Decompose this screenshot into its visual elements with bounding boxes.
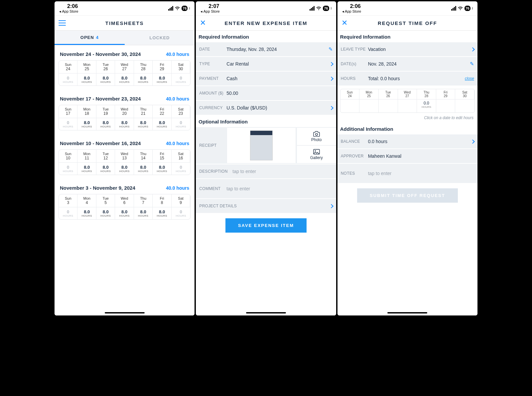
day-cell[interactable]: 8.0HOURS [153,207,171,219]
chevron-right-icon [470,139,475,144]
field-notes[interactable]: NOTES tap to enter [337,164,477,184]
field-comment[interactable]: COMMENT tap to enter [196,179,336,199]
field-project-details[interactable]: PROJECT DETAILS [196,199,336,214]
day-cell[interactable]: 8.0HOURS [96,118,115,130]
status-back-appstore[interactable]: ◂ App Store [200,9,219,14]
screen-timesheets: 2:06 ◂ App Store 76 TIMESHEETS OPEN4 LOC… [55,1,195,315]
timesheet-week[interactable]: November 24 - November 30, 202440.0 hour… [55,45,195,86]
hours-day-cell[interactable] [379,99,398,112]
day-cell[interactable]: 0HOURS [59,207,77,219]
timeoff-form: Required Information LEAVE TYPE Vacation… [337,31,477,315]
chevron-right-icon [329,77,333,81]
day-cell[interactable]: 0HOURS [172,162,190,175]
field-currency[interactable]: CURRENCY U.S. Dollar ($/USD) [196,101,336,115]
hours-day-cell[interactable] [340,99,360,112]
tabs: OPEN4 LOCKED [55,31,195,45]
signal-icon [451,6,456,11]
day-cell[interactable]: 8.0HOURS [77,162,96,175]
timesheet-week[interactable]: November 10 - November 16, 202440.0 hour… [55,134,195,175]
expense-form: Required Information DATE Thursday, Nov.… [196,31,336,315]
day-cell[interactable]: 8.0HOURS [134,207,153,219]
home-indicator [105,312,145,313]
day-cell[interactable]: 8.0HOURS [115,207,134,219]
tab-locked[interactable]: LOCKED [125,31,195,45]
day-cell[interactable]: 8.0HOURS [77,207,96,219]
status-time: 2:07 [200,3,219,9]
day-cell[interactable]: 8.0HOURS [96,207,115,219]
battery-icon: 76 [465,6,470,11]
day-cell[interactable]: 8.0HOURS [96,162,115,175]
hours-day-cell[interactable] [455,99,474,112]
day-cell[interactable]: 8.0HOURS [77,73,96,86]
screen-expense: 2:07 ◂ App Store 76 ✕ ENTER NEW EXPENSE … [196,1,336,315]
photo-button[interactable]: Photo [297,128,336,145]
status-back-appstore[interactable]: ◂ App Store [59,9,78,14]
day-cell[interactable]: 8.0HOURS [134,73,153,86]
tab-open[interactable]: OPEN4 [55,31,125,45]
day-cell[interactable]: 8.0HOURS [115,73,134,86]
hours-day-cell[interactable] [398,99,417,112]
page-title: ENTER NEW EXPENSE ITEM [224,20,307,26]
svg-point-2 [315,150,316,151]
receipt-thumbnail[interactable] [227,128,295,163]
day-cell[interactable]: 0HOURS [59,118,77,130]
week-total: 40.0 hours [166,141,189,146]
gallery-icon [313,149,320,155]
hamburger-icon [59,20,66,26]
chevron-right-icon [329,204,333,208]
day-cell[interactable]: 8.0HOURS [134,162,153,175]
close-button[interactable]: ✕ [200,19,206,27]
field-description[interactable]: DESCRIPTION tap to enter [196,164,336,179]
svg-point-0 [316,133,318,135]
hours-hint: Click on a date to edit hours [337,115,477,123]
day-cell[interactable]: 8.0HOURS [153,118,171,130]
day-cell[interactable]: 8.0HOURS [153,162,171,175]
week-total: 40.0 hours [166,96,189,101]
hours-day-cell[interactable] [359,99,379,112]
close-icon: ✕ [341,19,347,27]
page-title: REQUEST TIME OFF [378,20,437,26]
day-cell[interactable]: 8.0HOURS [153,73,171,86]
day-cell[interactable]: 0HOURS [59,162,77,175]
day-cell[interactable]: 8.0HOURS [115,162,134,175]
battery-icon: 76 [182,6,188,11]
edit-icon: ✎ [470,61,474,67]
wifi-icon [175,6,180,11]
submit-timeoff-button[interactable]: SUBMIT TIME OFF REQUEST [357,188,458,203]
close-hours-link[interactable]: close [465,76,474,81]
gallery-button[interactable]: Gallery [297,146,336,163]
status-time: 2:06 [59,3,78,9]
field-date[interactable]: DATE Thursday, Nov. 28, 2024 ✎ [196,42,336,57]
field-amount[interactable]: AMOUNT ($) 50.00 [196,86,336,101]
save-expense-button[interactable]: SAVE EXPENSE ITEM [225,218,307,233]
field-balance[interactable]: BALANCE 0.0 hours [337,134,477,149]
day-cell[interactable]: 8.0HOURS [115,118,134,130]
day-cell[interactable]: 8.0HOURS [77,118,96,130]
hours-day-cell[interactable] [436,99,456,112]
field-leave-type[interactable]: LEAVE TYPE Vacation [337,42,477,57]
week-range: November 3 - November 9, 2024 [60,185,135,191]
home-indicator [387,312,427,313]
field-dates[interactable]: DATE(s) Nov. 28, 2024 ✎ [337,57,477,72]
wifi-icon [316,6,322,11]
timesheet-week[interactable]: November 17 - November 23, 202440.0 hour… [55,90,195,130]
day-cell[interactable]: 0HOURS [172,118,190,130]
day-cell[interactable]: 0HOURS [59,73,77,86]
day-cell[interactable]: 8.0HOURS [96,73,115,86]
hours-day-cell[interactable]: 0.0HOURS [417,99,436,112]
status-bar: 2:07 ◂ App Store 76 [196,1,336,15]
field-payment[interactable]: PAYMENT Cash [196,72,336,86]
status-bar: 2:06 ◂ App Store 76 [55,1,195,15]
timesheet-week[interactable]: November 3 - November 9, 202440.0 hoursS… [55,179,195,220]
day-cell[interactable]: 0HOURS [172,207,190,219]
close-button[interactable]: ✕ [341,19,347,27]
week-range: November 10 - November 16, 2024 [60,140,141,146]
wifi-icon [458,6,463,11]
day-cell[interactable]: 8.0HOURS [134,118,153,130]
status-back-appstore[interactable]: ◂ App Store [342,9,361,14]
menu-button[interactable] [59,20,66,26]
day-cell[interactable]: 0HOURS [172,73,190,86]
field-type[interactable]: TYPE Car Rental [196,57,336,72]
week-range: November 24 - November 30, 2024 [60,51,141,57]
timesheet-list[interactable]: November 24 - November 30, 202440.0 hour… [55,45,195,315]
